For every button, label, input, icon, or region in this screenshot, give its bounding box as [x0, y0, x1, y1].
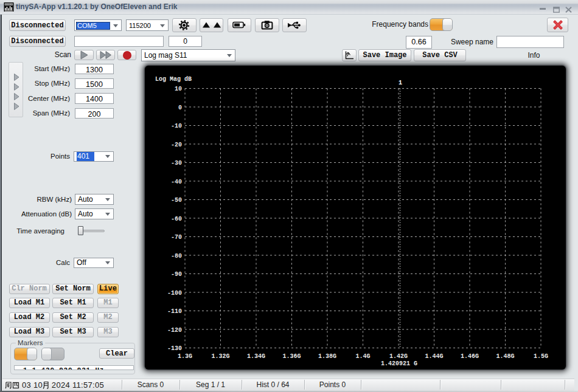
- svg-text:1.3G: 1.3G: [178, 353, 192, 360]
- svg-text:1: 1: [399, 80, 402, 86]
- svg-text:-110: -110: [167, 308, 182, 315]
- svg-text:-90: -90: [171, 271, 182, 278]
- svg-text:-70: -70: [171, 234, 182, 241]
- svg-text:1.34G: 1.34G: [247, 353, 265, 360]
- svg-text:-50: -50: [171, 197, 182, 204]
- svg-text:1.32G: 1.32G: [211, 353, 229, 360]
- svg-text:-10: -10: [171, 123, 182, 129]
- svg-text:-80: -80: [171, 253, 182, 260]
- svg-text:0: 0: [178, 105, 182, 111]
- svg-text:1.38G: 1.38G: [318, 353, 336, 360]
- svg-text:1.5G: 1.5G: [534, 353, 548, 360]
- svg-text:-100: -100: [167, 290, 182, 297]
- svg-text:-120: -120: [167, 327, 182, 334]
- svg-text:1.4G: 1.4G: [355, 353, 370, 360]
- svg-text:Log Mag dB: Log Mag dB: [155, 76, 192, 83]
- svg-text:1.48G: 1.48G: [496, 353, 514, 360]
- svg-text:1.44G: 1.44G: [425, 353, 443, 360]
- svg-text:-30: -30: [171, 160, 182, 167]
- svg-text:-40: -40: [171, 179, 182, 185]
- svg-text:-130: -130: [167, 345, 182, 352]
- svg-text:1.36G: 1.36G: [282, 353, 301, 360]
- svg-text:10: 10: [175, 86, 182, 92]
- svg-text:1.42G: 1.42G: [389, 353, 408, 360]
- svg-text:-20: -20: [171, 142, 182, 148]
- svg-text:-60: -60: [171, 216, 182, 222]
- svg-text:1.46G: 1.46G: [461, 353, 479, 360]
- svg-text:1.420921 G: 1.420921 G: [381, 360, 417, 367]
